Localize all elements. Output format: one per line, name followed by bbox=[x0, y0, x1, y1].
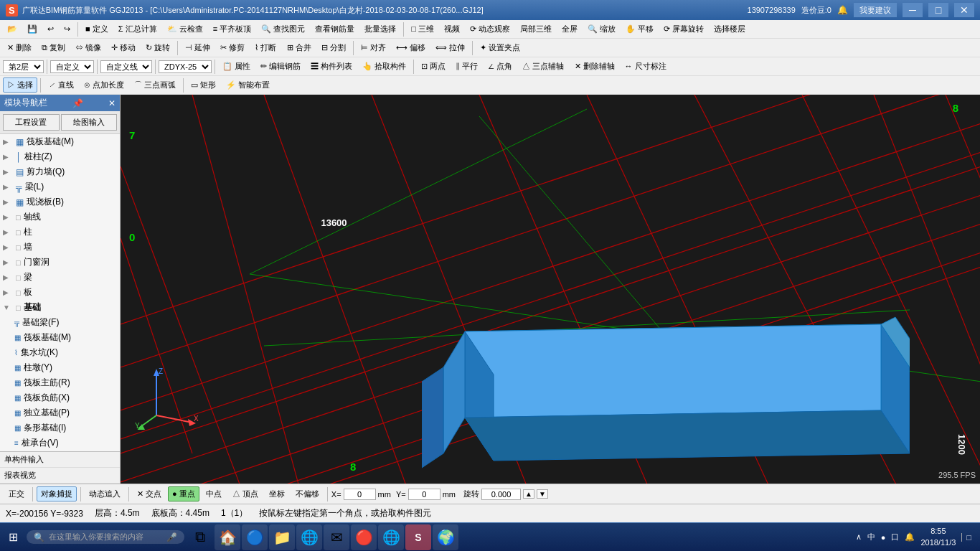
type-select[interactable]: 自定义 bbox=[50, 60, 94, 73]
restore-button[interactable]: □ bbox=[928, 3, 948, 17]
tree-item-castslab[interactable]: ▶ ▦ 现浇板(B) bbox=[0, 194, 120, 209]
open-btn[interactable]: 📂 bbox=[3, 22, 22, 36]
snap-object[interactable]: 对象捕捉 bbox=[37, 486, 77, 501]
split-btn[interactable]: ⊟ 分割 bbox=[317, 40, 350, 55]
dim-btn[interactable]: ↔ 尺寸标注 bbox=[621, 59, 671, 74]
app-ggj[interactable]: S bbox=[405, 524, 431, 550]
tree-item-wall[interactable]: ▶ □ 墙 bbox=[0, 240, 120, 255]
video-btn[interactable]: 视频 bbox=[440, 22, 464, 37]
steelqty-btn[interactable]: 查看钢筋量 bbox=[311, 22, 359, 37]
app-store[interactable]: 🏠 bbox=[215, 524, 240, 550]
copy-btn[interactable]: ⧉ 复制 bbox=[37, 40, 70, 55]
tree-item-openings[interactable]: ▶ □ 门窗洞 bbox=[0, 255, 120, 270]
tree-item-raftslab[interactable]: ▶ ▦ 筏板基础(M) bbox=[0, 134, 120, 149]
rotate-input[interactable] bbox=[481, 489, 521, 500]
nav-close-icon[interactable]: ✕ bbox=[108, 98, 116, 108]
tree-item-beams[interactable]: ▶ □ 梁 bbox=[0, 270, 120, 285]
tree-item-found-isolated[interactable]: ▦ 独立基础(P) bbox=[0, 405, 120, 420]
app-mail[interactable]: ✉ bbox=[324, 524, 349, 550]
tree-item-found-negbar[interactable]: ▦ 筏板负筋(X) bbox=[0, 390, 120, 405]
search-bar[interactable]: 🔍 在这里输入你要搜索的内容 🎤 bbox=[27, 530, 184, 544]
snap-dynamic[interactable]: 动态追入 bbox=[85, 486, 125, 501]
select-floor-btn[interactable]: 选择楼层 bbox=[710, 22, 750, 37]
grip-btn[interactable]: ✦ 设置夹点 bbox=[476, 40, 524, 55]
app-browser2[interactable]: 🌐 bbox=[378, 524, 404, 550]
tree-item-shearwall[interactable]: ▶ ▤ 剪力墙(Q) bbox=[0, 164, 120, 179]
cloud-btn[interactable]: ⛅ 云检查 bbox=[163, 22, 207, 37]
stretch-btn[interactable]: ⟺ 拉伸 bbox=[431, 40, 469, 55]
tree-item-pilecol[interactable]: ▶ │ 桩柱(Z) bbox=[0, 149, 120, 164]
degree-btn-up[interactable]: ▲ bbox=[523, 489, 534, 499]
degree-btn-down[interactable]: ▼ bbox=[537, 489, 548, 499]
help-button[interactable]: 我要建议 bbox=[854, 3, 897, 17]
smart-btn[interactable]: ⚡ 智能布置 bbox=[222, 77, 274, 93]
snap-center[interactable]: 中点 bbox=[202, 486, 226, 501]
snap-intersection[interactable]: ✕ 交点 bbox=[133, 486, 166, 501]
x-input[interactable] bbox=[344, 489, 376, 500]
snap-orthogonal[interactable]: 正交 bbox=[4, 486, 29, 501]
fullscreen-btn[interactable]: 全屏 bbox=[557, 22, 582, 37]
y-input[interactable] bbox=[408, 489, 440, 500]
tree-item-found-beam[interactable]: ╦ 基础梁(F) bbox=[0, 315, 120, 330]
snap-nooffset[interactable]: 不偏移 bbox=[291, 486, 324, 501]
close-button[interactable]: ✕ bbox=[954, 3, 974, 17]
delete-btn[interactable]: ✕ 删除 bbox=[3, 40, 36, 55]
edit-steel-btn[interactable]: ✏ 编辑钢筋 bbox=[256, 59, 305, 74]
minimize-button[interactable]: ─ bbox=[903, 3, 923, 17]
tree-item-column[interactable]: ▶ □ 柱 bbox=[0, 225, 120, 240]
arc-btn[interactable]: ⌒ 三点画弧 bbox=[130, 77, 180, 93]
line-btn[interactable]: ⟋ 直线 bbox=[44, 77, 78, 93]
local3d-btn[interactable]: 局部三维 bbox=[516, 22, 556, 37]
taskview-btn[interactable]: ⧉ bbox=[187, 524, 213, 550]
3d-btn[interactable]: □ 三维 bbox=[407, 22, 438, 37]
del-aux-btn[interactable]: ✕ 删除辅轴 bbox=[570, 59, 619, 74]
component-list-btn[interactable]: ☰ 构件列表 bbox=[306, 59, 357, 74]
property-btn[interactable]: 📋 属性 bbox=[218, 59, 255, 74]
start-button[interactable]: ⊞ bbox=[3, 527, 24, 547]
pan-btn[interactable]: ✋ 平移 bbox=[621, 22, 658, 37]
project-settings-btn[interactable]: 工程设置 bbox=[3, 114, 60, 131]
save-btn[interactable]: 💾 bbox=[23, 22, 42, 36]
undo-btn[interactable]: ↩ bbox=[43, 22, 58, 36]
ptlen-btn[interactable]: ⊙ 点加长度 bbox=[80, 77, 128, 93]
rotate-btn[interactable]: ⟳ 屏幕旋转 bbox=[659, 22, 708, 37]
tree-item-found-cap[interactable]: ≡ 桩承台(V) bbox=[0, 435, 120, 451]
break-btn[interactable]: ⌇ 打断 bbox=[250, 40, 281, 55]
show-desktop-btn[interactable]: □ bbox=[961, 533, 971, 542]
nav-pin-icon[interactable]: 📌 bbox=[72, 98, 83, 108]
offset-btn[interactable]: ⟷ 偏移 bbox=[392, 40, 430, 55]
trim-btn[interactable]: ✂ 修剪 bbox=[216, 40, 249, 55]
report-view-btn[interactable]: 报表视览 bbox=[0, 468, 120, 484]
tree-item-axes[interactable]: ▶ □ 轴线 bbox=[0, 209, 120, 225]
threepoint-aux-btn[interactable]: △ 三点辅轴 bbox=[518, 59, 568, 74]
app-search[interactable]: 🌐 bbox=[296, 524, 322, 550]
align-btn[interactable]: ≡ 平齐板顶 bbox=[209, 22, 255, 37]
snap-coord[interactable]: 坐标 bbox=[265, 486, 289, 501]
zoom-btn[interactable]: 🔍 缩放 bbox=[583, 22, 620, 37]
rect-btn[interactable]: ▭ 矩形 bbox=[187, 77, 220, 93]
app-ie[interactable]: 🔴 bbox=[351, 524, 377, 550]
app-globe[interactable]: 🌍 bbox=[433, 524, 458, 550]
tree-item-slab[interactable]: ▶ □ 板 bbox=[0, 285, 120, 300]
linetype-select[interactable]: 自定义线 bbox=[100, 60, 152, 73]
move-btn[interactable]: ✛ 移动 bbox=[107, 40, 140, 55]
tree-item-found-pit[interactable]: ⌇ 集水坑(K) bbox=[0, 345, 120, 360]
tree-item-found-strip[interactable]: ▦ 条形基础(I) bbox=[0, 420, 120, 435]
dynamic-btn[interactable]: ⟳ 动态观察 bbox=[466, 22, 514, 37]
find-btn[interactable]: 🔍 查找图元 bbox=[257, 22, 309, 37]
single-component-btn[interactable]: 单构件输入 bbox=[0, 452, 120, 468]
mirror-btn[interactable]: ⇔ 镜像 bbox=[71, 40, 105, 55]
sum-btn[interactable]: Σ 汇总计算 bbox=[114, 22, 161, 37]
tree-item-found-mainbar[interactable]: ▦ 筏板主筋(R) bbox=[0, 375, 120, 390]
redo-btn[interactable]: ↪ bbox=[60, 22, 75, 36]
align2-btn[interactable]: ⊨ 对齐 bbox=[357, 40, 390, 55]
rotate2-btn[interactable]: ↻ 旋转 bbox=[141, 40, 174, 55]
pick-btn[interactable]: 👆 拾取构件 bbox=[358, 59, 410, 74]
select-tool-btn[interactable]: ▷ 选择 bbox=[3, 77, 37, 93]
tree-item-found-raft[interactable]: ▦ 筏板基础(M) bbox=[0, 330, 120, 345]
batch-btn[interactable]: 批量选择 bbox=[360, 22, 400, 37]
pointangle-btn[interactable]: ∠ 点角 bbox=[484, 59, 517, 74]
merge-btn[interactable]: ⊞ 合并 bbox=[283, 40, 316, 55]
tree-item-beam[interactable]: ▶ ╦ 梁(L) bbox=[0, 179, 120, 194]
app-files[interactable]: 📁 bbox=[269, 524, 295, 550]
